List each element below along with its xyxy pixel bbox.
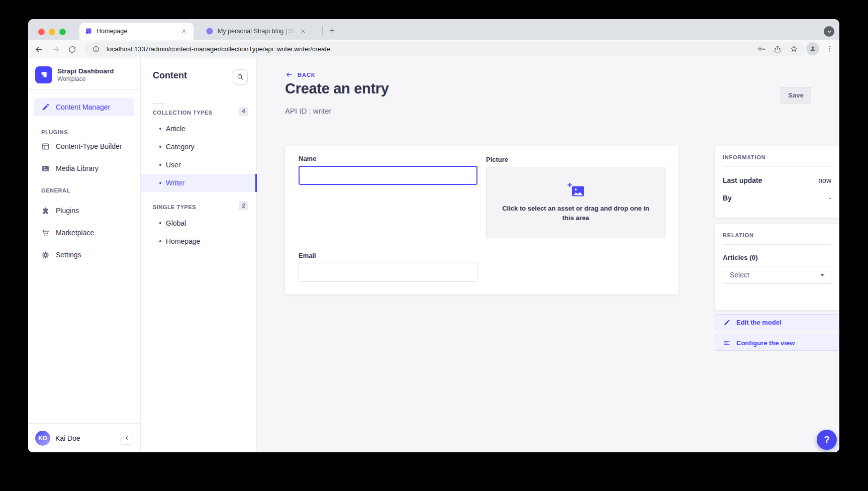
brand-title: Strapi Dashboard bbox=[57, 67, 114, 76]
api-id-subtitle: API ID : writer bbox=[285, 107, 332, 115]
sidebar-item-label: Marketplace bbox=[56, 229, 94, 237]
new-tab-button[interactable] bbox=[326, 24, 338, 36]
user-row: KD Kai Doe bbox=[28, 423, 140, 452]
pen-icon bbox=[41, 103, 50, 112]
brand-text: Strapi Dashboard Workplace bbox=[57, 67, 114, 83]
back-link[interactable]: BACK bbox=[285, 71, 316, 78]
list-item-label: Homepage bbox=[166, 237, 201, 245]
minimize-window-button[interactable] bbox=[49, 29, 55, 35]
picture-label: Picture bbox=[486, 156, 665, 163]
main-sidebar: Strapi Dashboard Workplace Content Manag… bbox=[28, 58, 141, 452]
sidebar-item-label: Plugins bbox=[56, 207, 79, 215]
list-item-global[interactable]: Global bbox=[141, 214, 256, 232]
configure-view-button[interactable]: Configure the view bbox=[715, 335, 839, 351]
tab-title: Homepage bbox=[97, 28, 179, 35]
search-button[interactable] bbox=[233, 69, 248, 84]
kebab-menu-icon[interactable] bbox=[823, 42, 836, 55]
sidebar-item-media-library[interactable]: Media Library bbox=[28, 157, 140, 179]
star-icon[interactable] bbox=[788, 44, 799, 55]
collection-type-list: Article Category User Writer bbox=[141, 120, 256, 192]
list-item-article[interactable]: Article bbox=[141, 120, 256, 138]
url-bar[interactable]: localhost:1337/admin/content-manager/col… bbox=[84, 42, 805, 56]
kv-value: - bbox=[829, 194, 831, 202]
by-row: By - bbox=[723, 194, 831, 202]
tab-strip: Homepage My personal Strapi blog | Strap bbox=[28, 19, 839, 40]
list-item-label: User bbox=[166, 161, 181, 169]
sidebar-item-settings[interactable]: Settings bbox=[28, 244, 140, 266]
group-header-label: SINGLE TYPES bbox=[153, 204, 196, 210]
search-icon bbox=[237, 73, 244, 80]
page-title: Create an entry bbox=[285, 80, 389, 97]
profile-avatar[interactable] bbox=[806, 42, 819, 55]
save-button[interactable]: Save bbox=[781, 87, 811, 104]
count-badge: 2 bbox=[239, 202, 248, 210]
picture-dropzone[interactable]: Click to select an asset or drag and dro… bbox=[486, 167, 665, 238]
share-icon[interactable] bbox=[772, 44, 783, 55]
relation-card: RELATION Articles (0) Select bbox=[715, 224, 839, 310]
close-window-button[interactable] bbox=[38, 29, 45, 35]
articles-relation-label: Articles (0) bbox=[723, 254, 831, 261]
edit-model-button[interactable]: Edit the model bbox=[715, 314, 839, 330]
tab-strapi-blog[interactable]: My personal Strapi blog | Strap bbox=[201, 23, 313, 40]
close-tab-icon[interactable] bbox=[299, 27, 308, 36]
name-field-group: Name bbox=[299, 155, 477, 185]
tab-separator bbox=[322, 26, 323, 35]
sidebar-item-marketplace[interactable]: Marketplace bbox=[28, 222, 140, 244]
brand-block[interactable]: Strapi Dashboard Workplace bbox=[28, 58, 140, 90]
image-icon bbox=[41, 164, 50, 173]
browser-toolbar: localhost:1337/admin/content-manager/col… bbox=[28, 40, 839, 58]
close-tab-icon[interactable] bbox=[179, 27, 188, 36]
list-item-category[interactable]: Category bbox=[141, 138, 256, 156]
help-button[interactable]: ? bbox=[817, 430, 837, 450]
chevron-down-icon bbox=[820, 274, 824, 276]
section-header-plugins: PLUGINS bbox=[28, 129, 140, 135]
purple-dot-favicon bbox=[206, 28, 213, 35]
general-items: Plugins Marketplace Settings bbox=[28, 200, 140, 266]
browser-window: Homepage My personal Strapi blog | Strap bbox=[28, 19, 839, 452]
information-card: INFORMATION Last update now By - bbox=[715, 146, 839, 218]
list-item-user[interactable]: User bbox=[141, 156, 256, 174]
list-item-homepage[interactable]: Homepage bbox=[141, 232, 256, 250]
kv-label: Last update bbox=[723, 176, 762, 184]
picture-field-group: Picture Click to select an asset or drag… bbox=[486, 156, 665, 238]
back-icon[interactable] bbox=[33, 43, 45, 55]
pencil-icon bbox=[723, 319, 731, 326]
strapi-favicon bbox=[84, 28, 92, 35]
back-label: BACK bbox=[298, 72, 316, 78]
divider bbox=[153, 103, 165, 104]
information-header: INFORMATION bbox=[723, 154, 831, 167]
forward-icon[interactable] bbox=[49, 43, 61, 55]
list-item-writer[interactable]: Writer bbox=[141, 174, 256, 192]
layout-icon bbox=[41, 142, 50, 151]
cart-icon bbox=[41, 229, 50, 237]
articles-select[interactable]: Select bbox=[723, 266, 831, 284]
puzzle-icon bbox=[41, 207, 50, 215]
sidebar-item-label: Media Library bbox=[56, 164, 99, 172]
window-controls bbox=[38, 29, 66, 35]
sidebar-item-content-type-builder[interactable]: Content-Type Builder bbox=[28, 135, 140, 157]
tab-search-button[interactable] bbox=[824, 26, 834, 37]
reload-icon[interactable] bbox=[66, 43, 78, 55]
url-text: localhost:1337/admin/content-manager/col… bbox=[107, 45, 756, 53]
sidebar-item-label: Content-Type Builder bbox=[56, 142, 122, 150]
brand-subtitle: Workplace bbox=[57, 75, 114, 82]
sidebar-item-plugins[interactable]: Plugins bbox=[28, 200, 140, 222]
zoom-window-button[interactable] bbox=[59, 29, 66, 35]
group-header-collection-types: COLLECTION TYPES 4 bbox=[141, 109, 256, 117]
list-item-label: Writer bbox=[166, 179, 184, 187]
section-header-general: GENERAL bbox=[28, 187, 140, 193]
kv-label: By bbox=[723, 194, 732, 202]
list-item-label: Global bbox=[166, 219, 186, 227]
tab-homepage[interactable]: Homepage bbox=[79, 23, 194, 40]
main-content: BACK Create an entry API ID : writer Sav… bbox=[257, 58, 839, 452]
picture-add-icon bbox=[567, 182, 585, 198]
single-type-list: Global Homepage bbox=[141, 214, 256, 250]
group-header-single-types: SINGLE TYPES 2 bbox=[141, 203, 256, 211]
sidebar-item-content-manager[interactable]: Content Manager bbox=[34, 98, 134, 116]
name-input[interactable] bbox=[299, 166, 477, 185]
info-icon[interactable] bbox=[90, 44, 102, 55]
collapse-sidebar-button[interactable] bbox=[120, 432, 133, 445]
key-icon[interactable] bbox=[756, 44, 767, 55]
avatar[interactable]: KD bbox=[35, 431, 50, 446]
email-input[interactable] bbox=[299, 263, 477, 282]
